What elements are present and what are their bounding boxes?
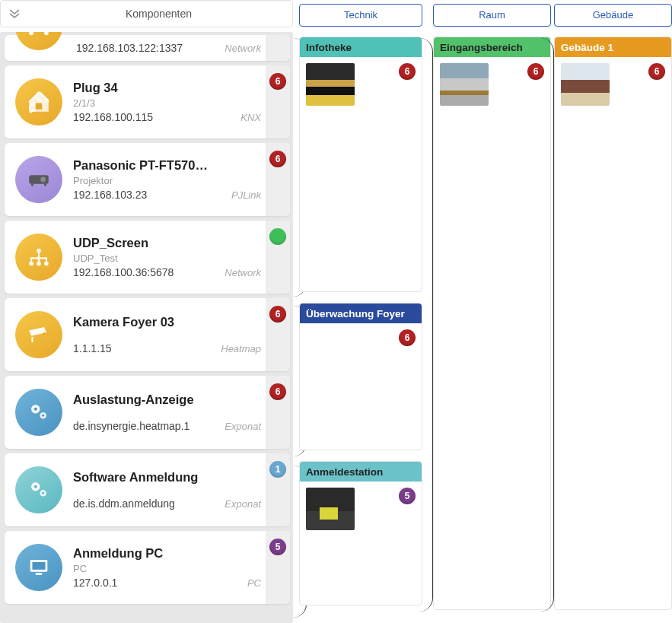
component-name: Software Anmeldung xyxy=(73,470,263,485)
connector-line xyxy=(540,38,554,612)
component-card[interactable]: Panasonic PT-FT570… Projektor 192.168.10… xyxy=(5,143,290,216)
components-title: Komponenten xyxy=(25,8,292,20)
component-name: Kamera Foyer 03 xyxy=(73,315,263,329)
plug-icon xyxy=(15,78,62,126)
technik-tab[interactable]: Technik xyxy=(299,4,422,27)
svg-point-10 xyxy=(44,262,49,266)
zone-card-gebaeude1[interactable]: Gebäude 1 6 xyxy=(554,37,672,610)
component-subtitle: UDP_Test xyxy=(73,253,263,264)
component-protocol: Network xyxy=(225,267,263,278)
svg-rect-23 xyxy=(36,573,43,575)
zone-card-eingangsbereich[interactable]: Eingangsbereich 6 xyxy=(433,37,551,610)
component-card[interactable]: Software Anmeldung de.is.ddm.anmeldung E… xyxy=(5,453,290,526)
zone-thumbnail xyxy=(561,63,610,106)
camera-icon xyxy=(15,311,62,358)
technik-column: Technik Infotheke 6 Überwachung Foyer 6 … xyxy=(299,0,422,623)
status-badge: 6 xyxy=(269,73,286,90)
svg-rect-22 xyxy=(33,562,46,570)
component-name: Plug 34 xyxy=(73,81,263,95)
status-badge: 6 xyxy=(399,63,416,80)
zone-title: Anmeldestation xyxy=(300,462,422,482)
svg-point-16 xyxy=(42,415,44,417)
monitor-icon xyxy=(15,544,62,591)
component-subtitle: PC xyxy=(73,563,263,574)
svg-point-11 xyxy=(37,262,41,266)
component-address: 1.1.1.15 xyxy=(73,342,112,354)
component-name: Anmeldung PC xyxy=(73,546,263,561)
component-card[interactable]: 192.168.103.122:1337 Network xyxy=(5,35,290,61)
zone-thumbnail xyxy=(306,488,355,530)
zone-title: Überwachung Foyer xyxy=(300,304,422,323)
component-protocol: Exponat xyxy=(225,498,263,510)
component-card[interactable]: Plug 34 2/1/3 192.168.100.115 KNX 6 xyxy=(5,65,290,138)
component-address: 192.168.103.122:1337 xyxy=(76,42,183,54)
status-badge: 6 xyxy=(269,383,286,400)
svg-point-5 xyxy=(40,177,46,183)
svg-rect-3 xyxy=(36,103,43,110)
zone-thumbnail xyxy=(440,63,489,106)
components-column: Komponenten 192.168.103.122:1337 Network xyxy=(0,0,293,623)
zone-thumbnail xyxy=(306,63,355,106)
status-badge: 6 xyxy=(269,151,286,167)
component-address: 192.168.103.23 xyxy=(73,189,147,201)
component-protocol: KNX xyxy=(240,112,263,123)
component-protocol: Network xyxy=(225,43,263,54)
gears-icon xyxy=(15,389,62,436)
gebaeude-tab[interactable]: Gebäude xyxy=(554,4,672,27)
projector-icon xyxy=(15,156,62,203)
raum-tab[interactable]: Raum xyxy=(433,4,551,27)
component-address: 192.168.100.115 xyxy=(73,111,153,123)
status-badge: 6 xyxy=(648,63,665,80)
network-icon xyxy=(15,234,62,281)
component-address: 127.0.0.1 xyxy=(73,577,117,589)
collapse-button[interactable] xyxy=(4,3,25,24)
component-address: 192.168.100.36:5678 xyxy=(73,266,174,278)
svg-point-12 xyxy=(43,332,45,335)
gebaeude-column: Gebäude Gebäude 1 6 xyxy=(554,0,672,623)
component-protocol: Exponat xyxy=(225,421,263,432)
zone-title: Gebäude 1 xyxy=(555,37,671,57)
chevron-down-double-icon xyxy=(8,8,21,20)
component-card[interactable]: Anmeldung PC PC 127.0.0.1 PC 5 xyxy=(5,531,290,604)
status-badge: 5 xyxy=(399,488,416,504)
components-header: Komponenten xyxy=(0,0,293,27)
component-name: Panasonic PT-FT570… xyxy=(73,158,263,173)
components-list[interactable]: 192.168.103.122:1337 Network Plug 34 2/1… xyxy=(0,32,293,623)
zone-card-anmeldestation[interactable]: Anmeldestation 5 xyxy=(299,461,422,606)
svg-point-15 xyxy=(34,408,37,411)
component-subtitle: 2/1/3 xyxy=(73,97,263,109)
svg-point-20 xyxy=(42,492,44,494)
status-badge: 6 xyxy=(269,306,286,323)
status-badge: 6 xyxy=(399,329,416,346)
status-badge: 1 xyxy=(269,461,286,478)
component-card[interactable]: Kamera Foyer 03 1.1.1.15 Heatmap 6 xyxy=(5,298,290,371)
status-badge: 5 xyxy=(269,539,286,555)
component-card[interactable]: Auslastung-Anzeige de.insynergie.heatmap… xyxy=(5,376,290,449)
raum-column: Raum Eingangsbereich 6 xyxy=(433,0,551,623)
svg-point-19 xyxy=(34,485,37,488)
component-subtitle: Projektor xyxy=(73,175,263,186)
zone-title: Infotheke xyxy=(300,37,422,57)
status-badge xyxy=(269,228,286,245)
gears-icon xyxy=(15,466,62,513)
network-icon xyxy=(15,32,62,50)
component-protocol: PC xyxy=(247,577,263,589)
component-protocol: Heatmap xyxy=(221,343,263,354)
connector-line xyxy=(419,38,433,612)
zone-card-ueberwachung[interactable]: Überwachung Foyer 6 xyxy=(299,303,422,450)
svg-rect-6 xyxy=(31,184,33,186)
svg-rect-7 xyxy=(44,184,46,186)
zone-card-infotheke[interactable]: Infotheke 6 xyxy=(299,37,422,292)
component-name: Auslastung-Anzeige xyxy=(73,393,263,407)
component-address: de.is.ddm.anmeldung xyxy=(73,497,175,510)
svg-point-9 xyxy=(29,262,33,266)
svg-point-8 xyxy=(37,249,41,253)
zone-title: Eingangsbereich xyxy=(434,37,550,57)
component-address: de.insynergie.heatmap.1 xyxy=(73,420,189,432)
component-protocol: PJLink xyxy=(231,189,263,201)
component-name: UDP_Screen xyxy=(73,236,263,250)
component-card[interactable]: UDP_Screen UDP_Test 192.168.100.36:5678 … xyxy=(5,221,290,294)
